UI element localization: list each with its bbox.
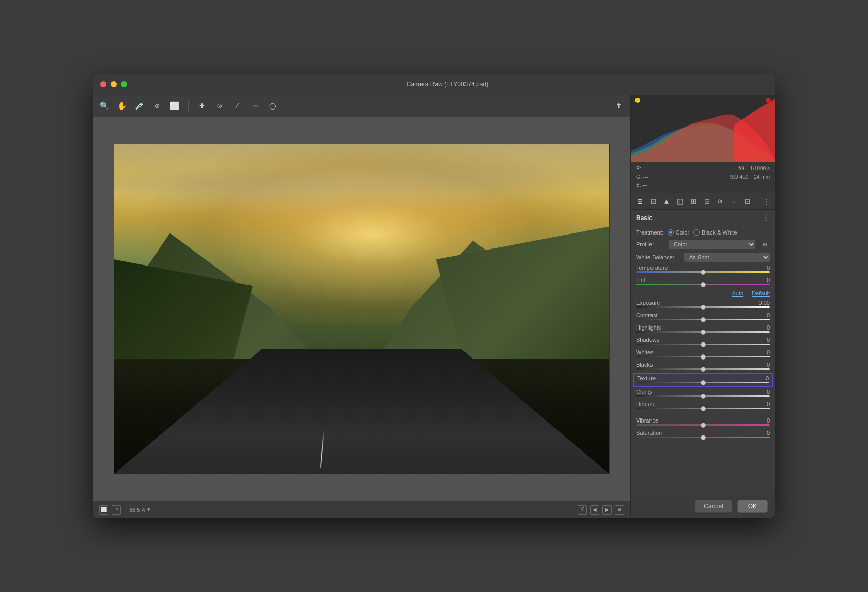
ok-button[interactable]: OK <box>737 500 768 513</box>
contrast-slider-thumb[interactable] <box>701 317 706 322</box>
lens-corrections-icon[interactable]: ⊟ <box>702 197 711 206</box>
canvas-statusbar: ⬜ □ 36.5% ▾ Y ◀ ▶ ≡ <box>93 501 630 518</box>
highlights-slider-thumb[interactable] <box>701 330 706 335</box>
camera-info: R: --- G: --- B: --- f/9 <box>631 162 775 193</box>
temperature-slider-thumb[interactable] <box>701 270 706 275</box>
eyedropper-tool-icon[interactable]: 💉 <box>134 101 145 111</box>
detail-icon[interactable]: ⊞ <box>689 197 698 206</box>
brush-tool-icon[interactable]: ∕ <box>232 101 242 111</box>
temperature-slider-track[interactable] <box>636 271 770 273</box>
highlight-clipping-indicator[interactable] <box>766 98 771 103</box>
g-value: --- <box>643 174 648 180</box>
shadow-clipping-indicator[interactable] <box>635 98 640 103</box>
whites-slider-track[interactable] <box>636 356 770 357</box>
tint-slider-track[interactable] <box>636 284 770 285</box>
calibration-icon[interactable]: ≡ <box>729 197 738 206</box>
profile-grid-icon[interactable]: ⊞ <box>760 239 770 250</box>
saturation-slider-track[interactable] <box>636 437 770 438</box>
basic-panel-icon[interactable]: ⊞ <box>635 197 644 206</box>
treatment-row: Treatment: Color Black & White <box>631 226 775 238</box>
tone-curve-icon[interactable]: ⊡ <box>648 197 658 206</box>
window-title: Camera Raw (FLY00374.psd) <box>127 81 768 88</box>
color-grading-icon[interactable]: ◫ <box>675 197 685 206</box>
default-button[interactable]: Default <box>752 290 770 297</box>
status-icon-1[interactable]: ⬜ <box>99 505 109 515</box>
contrast-slider-track[interactable] <box>636 319 770 320</box>
more-panels-icon[interactable]: ⋮ <box>762 197 771 206</box>
saturation-slider-thumb[interactable] <box>701 435 706 440</box>
color-radio[interactable]: Color <box>668 229 689 236</box>
clarity-slider-thumb[interactable] <box>701 394 706 399</box>
auto-button[interactable]: Auto <box>732 290 744 297</box>
exposure-slider-track[interactable] <box>636 306 770 308</box>
clarity-slider-track[interactable] <box>636 395 770 397</box>
b-readout: B: --- <box>636 181 648 190</box>
flag-icon[interactable]: Y <box>578 505 587 515</box>
status-icon-2[interactable]: □ <box>112 505 121 515</box>
vibrance-slider-thumb[interactable] <box>701 423 706 428</box>
color-sampler-icon[interactable]: ⊕ <box>152 101 162 111</box>
radial-tool-icon[interactable]: ◯ <box>267 101 277 111</box>
dehaze-slider-thumb[interactable] <box>701 406 706 411</box>
tint-slider-thumb[interactable] <box>701 282 706 287</box>
color-label: Color <box>676 229 689 236</box>
close-button[interactable] <box>100 81 106 87</box>
texture-slider-track[interactable] <box>637 382 769 383</box>
highlights-slider-track[interactable] <box>636 331 770 333</box>
highlights-label: Highlights <box>636 324 661 331</box>
adj-row-contrast: Contrast 0 <box>631 311 775 323</box>
profile-select[interactable]: Color <box>669 240 755 249</box>
cancel-button[interactable]: Cancel <box>695 500 732 513</box>
zoom-value: 36.5% <box>129 507 145 513</box>
dehaze-value: 0 <box>754 401 770 407</box>
shadows-value: 0 <box>754 337 770 343</box>
prev-icon[interactable]: ◀ <box>590 505 599 515</box>
histogram-area <box>631 95 775 162</box>
bw-radio[interactable]: Black & White <box>693 229 737 236</box>
texture-slider-thumb[interactable] <box>701 380 706 385</box>
color-radio-button[interactable] <box>668 229 674 236</box>
export-icon[interactable]: ⬆ <box>614 101 624 111</box>
hsl-icon[interactable]: ▲ <box>662 197 671 206</box>
contrast-label: Contrast <box>636 312 658 318</box>
fx-icon[interactable]: fx <box>716 197 725 206</box>
camera-settings: f/9 1/1000 s ISO 400 24 mm <box>730 165 770 190</box>
dehaze-slider-track[interactable] <box>636 408 770 409</box>
contrast-value: 0 <box>754 312 770 318</box>
filmstrip-icon[interactable]: ≡ <box>615 505 624 515</box>
main-content: 🔍 ✋ 💉 ⊕ ⬜ ✚ ◎ ∕ ▭ ◯ ⬆ <box>93 95 775 518</box>
blacks-slider-thumb[interactable] <box>701 367 706 372</box>
zoom-dropdown-arrow[interactable]: ▾ <box>147 506 150 513</box>
whites-slider-thumb[interactable] <box>701 354 706 360</box>
redeye-tool-icon[interactable]: ◎ <box>214 101 225 111</box>
shadows-slider-thumb[interactable] <box>701 342 706 347</box>
shadows-slider-track[interactable] <box>636 344 770 345</box>
hand-tool-icon[interactable]: ✋ <box>117 101 127 111</box>
temperature-value: 0 <box>754 264 770 271</box>
zoom-tool-icon[interactable]: 🔍 <box>99 101 110 111</box>
adj-row-texture-highlighted: Texture 0 <box>633 373 773 387</box>
maximize-button[interactable] <box>121 81 127 87</box>
gradient-tool-icon[interactable]: ▭ <box>250 101 260 111</box>
blacks-slider-track[interactable] <box>636 368 770 370</box>
histogram-chart <box>631 95 775 162</box>
b-label: B: <box>636 182 641 188</box>
whites-label: Whites <box>636 349 654 355</box>
vibrance-label: Vibrance <box>636 417 658 424</box>
exposure-slider-thumb[interactable] <box>701 305 706 310</box>
section-menu-icon[interactable]: ⋮ <box>762 213 770 223</box>
tint-label: Tint <box>636 277 645 283</box>
wb-select[interactable]: As Shot <box>684 253 770 262</box>
minimize-button[interactable] <box>111 81 117 87</box>
whites-value: 0 <box>754 349 770 355</box>
vibrance-slider-track[interactable] <box>636 424 770 426</box>
toolbar-right: ⬆ <box>614 101 624 111</box>
next-icon[interactable]: ▶ <box>602 505 612 515</box>
r-readout: R: --- <box>636 165 648 173</box>
snapshots-icon[interactable]: ⊡ <box>742 197 752 206</box>
bw-radio-button[interactable] <box>693 229 700 236</box>
rgb-readout: R: --- G: --- B: --- <box>636 165 648 190</box>
crop-tool-icon[interactable]: ⬜ <box>169 101 180 111</box>
aperture-shutter: f/9 1/1000 s <box>730 165 770 173</box>
heal-tool-icon[interactable]: ✚ <box>197 101 207 111</box>
